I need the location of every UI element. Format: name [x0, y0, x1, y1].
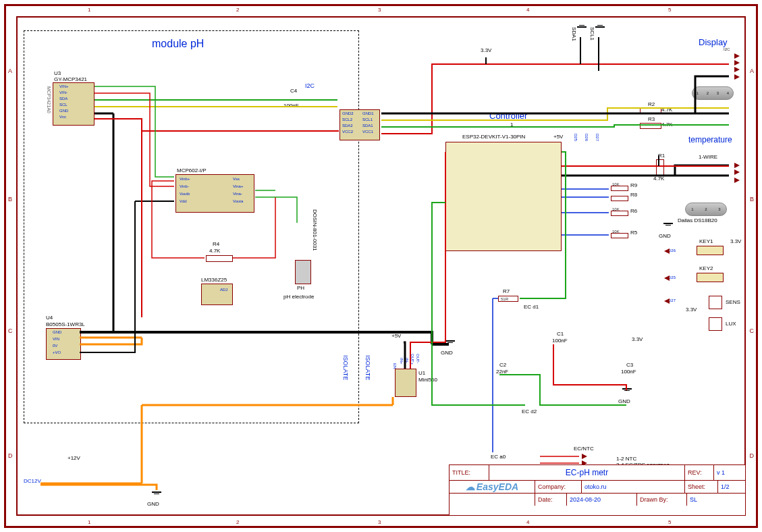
title-block: TITLE: EC-pH metr REV: v 1 EasyEDA Compa… [449, 464, 746, 516]
tb-rev: v 1 [713, 465, 745, 480]
tb-sheet-lbl: Sheet: [684, 481, 717, 493]
tb-date: 2024-08-20 [566, 494, 636, 506]
tb-rev-lbl: REV: [684, 465, 713, 480]
tb-company-lbl: Company: [535, 481, 581, 493]
wiring-layer [0, 0, 762, 532]
tb-drawn: SL [686, 494, 745, 506]
schematic-sheet: 1 2 3 4 5 1 2 3 4 5 A B C D A B C D modu… [0, 0, 762, 532]
tb-title: EC-pH metr [489, 465, 684, 480]
tb-title-lbl: TITLE: [450, 465, 489, 480]
tb-company: otoko.ru [581, 481, 684, 493]
easyeda-logo: EasyEDA [466, 481, 518, 492]
tb-date-lbl: Date: [535, 494, 566, 506]
tb-drawn-lbl: Drawn By: [636, 494, 686, 506]
tb-sheet: 1/2 [717, 481, 745, 493]
